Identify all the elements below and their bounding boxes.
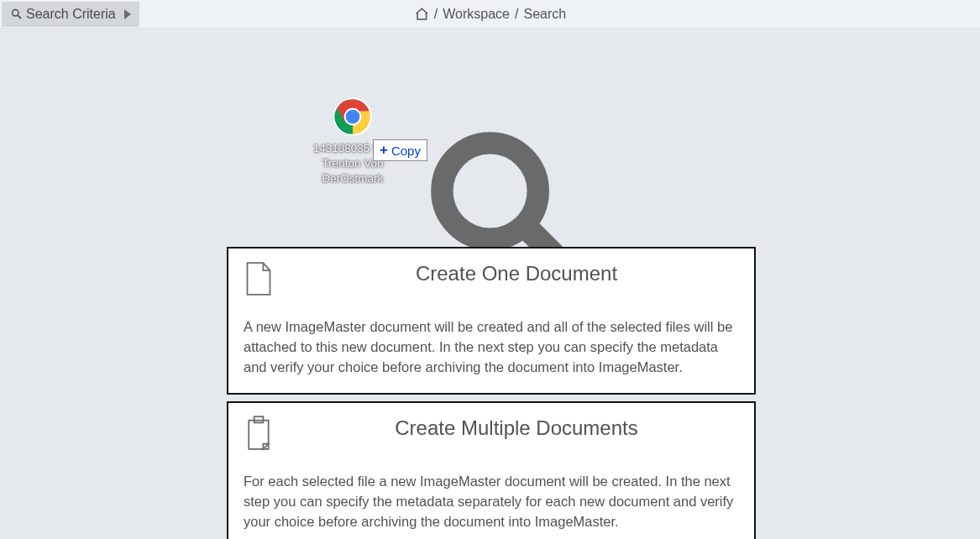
drop-canvas[interactable]: 143108035 59 - Trenton Von DerOstmark + …: [0, 29, 980, 539]
svg-rect-8: [254, 416, 264, 422]
svg-point-0: [13, 10, 19, 17]
create-one-title: Create One Document: [294, 262, 739, 285]
copy-cursor-badge: + Copy: [373, 139, 427, 161]
create-one-body: A new ImageMaster document will be creat…: [244, 317, 739, 378]
top-bar: Search Criteria / Workspace / Search: [0, 0, 980, 29]
create-multi-title: Create Multiple Documents: [294, 416, 739, 440]
breadcrumb-workspace[interactable]: Workspace: [443, 7, 510, 22]
breadcrumb-sep: /: [434, 7, 438, 22]
copy-label: Copy: [391, 144, 421, 158]
chevron-right-icon: [124, 9, 131, 19]
create-multi-body: For each selected file a new ImageMaster…: [244, 472, 739, 532]
create-multiple-documents-card[interactable]: Create Multiple Documents For each selec…: [227, 401, 756, 539]
breadcrumb-search[interactable]: Search: [523, 7, 566, 22]
search-criteria-button[interactable]: Search Criteria: [2, 2, 139, 27]
chrome-file-icon: [332, 96, 374, 138]
svg-point-6: [346, 110, 360, 124]
search-icon: [10, 8, 23, 20]
breadcrumb-sep: /: [515, 7, 518, 22]
search-criteria-label: Search Criteria: [26, 7, 116, 22]
breadcrumb: / Workspace / Search: [414, 7, 566, 22]
create-one-document-card[interactable]: Create One Document A new ImageMaster do…: [227, 247, 756, 395]
plus-icon: +: [380, 142, 388, 159]
clipboard-icon: [244, 415, 274, 452]
document-icon: [244, 260, 274, 297]
svg-line-1: [18, 15, 21, 18]
home-icon[interactable]: [414, 7, 429, 22]
